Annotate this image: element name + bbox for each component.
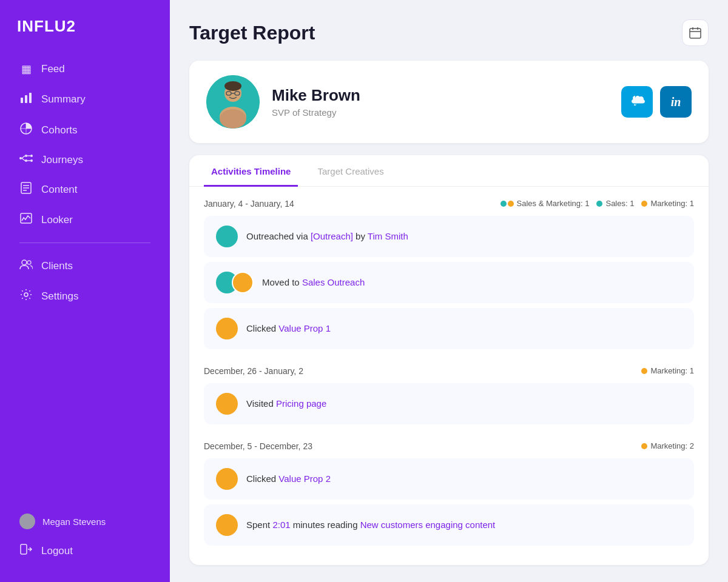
calendar-icon: [689, 26, 702, 39]
sidebar-item-summary[interactable]: Summary: [10, 84, 160, 114]
content-icon: [19, 182, 33, 197]
profile-left: Mike Brown SVP of Strategy: [206, 75, 360, 129]
profile-name: Mike Brown: [272, 86, 360, 105]
svg-rect-2: [29, 93, 32, 103]
tabs-header: Activities Timeline Target Creatives: [189, 155, 709, 187]
dual-dot: [500, 201, 514, 207]
page-title: Target Report: [189, 22, 315, 44]
activity-text: Outreached via [Outreach] by Tim Smith: [246, 231, 408, 241]
sidebar-item-clients[interactable]: Clients: [10, 252, 160, 280]
activity-outreached: Outreached via [Outreach] by Tim Smith: [204, 216, 694, 257]
activity-text-5: Clicked Value Prop 2: [246, 473, 331, 484]
sidebar-label-cohorts: Cohorts: [41, 124, 78, 136]
cohorts-icon: [19, 122, 33, 138]
activity-spent: Spent 2:01 minutes reading New customers…: [204, 504, 694, 546]
sidebar-divider: [19, 242, 150, 243]
activity-text-4: Visited Pricing page: [246, 398, 326, 409]
calendar-button[interactable]: [682, 19, 709, 46]
page-header: Target Report: [189, 19, 709, 46]
teal-activity-dot: [216, 226, 238, 247]
marketing-dot-2: [641, 368, 647, 374]
looker-icon: [19, 213, 33, 227]
sidebar-item-cohorts[interactable]: Cohorts: [10, 115, 160, 145]
sidebar-label-journeys: Journeys: [41, 154, 83, 166]
summary-icon: [19, 92, 33, 107]
svg-line-8: [22, 158, 25, 161]
sidebar-item-looker[interactable]: Looker: [10, 206, 160, 234]
marketing-label-3: Marketing: 2: [650, 441, 694, 450]
sales-dot: [596, 201, 602, 207]
svg-point-14: [30, 159, 33, 162]
sidebar-item-settings[interactable]: Settings: [10, 281, 160, 311]
logout-item[interactable]: Logout: [10, 537, 160, 565]
value-prop-1-link[interactable]: Value Prop 1: [278, 323, 331, 333]
user-profile-item[interactable]: Megan Stevens: [10, 507, 160, 535]
pricing-page-link[interactable]: Pricing page: [276, 398, 326, 409]
tab-activities[interactable]: Activities Timeline: [204, 155, 298, 187]
svg-point-22: [24, 293, 28, 296]
settings-icon: [19, 289, 33, 304]
activity-icon-set-6: [216, 514, 238, 536]
sidebar-item-journeys[interactable]: Journeys: [10, 146, 160, 173]
marketing-label-2: Marketing: 1: [650, 366, 694, 375]
logout-icon: [19, 544, 33, 558]
svg-point-10: [25, 159, 27, 162]
period-header-1: January, 4 - January, 14 Sales & Marketi…: [204, 187, 694, 216]
activity-clicked-1: Clicked Value Prop 1: [204, 308, 694, 349]
activity-icon-set-3: [216, 318, 238, 340]
sidebar-item-feed[interactable]: ▦ Feed: [10, 55, 160, 83]
period-label-3: December, 5 - December, 23: [204, 441, 312, 451]
outreach-link[interactable]: [Outreach]: [311, 231, 353, 241]
user-name: Megan Stevens: [42, 517, 106, 527]
teal-dot: [500, 201, 507, 207]
marketing-dot: [641, 201, 647, 207]
sidebar-label-looker: Looker: [41, 214, 73, 226]
badge-marketing-2: Marketing: 1: [641, 366, 694, 375]
profile-info: Mike Brown SVP of Strategy: [272, 86, 360, 118]
sidebar-label-summary: Summary: [41, 93, 86, 105]
journeys-icon: [19, 153, 33, 166]
sales-outreach-link[interactable]: Sales Outreach: [302, 277, 365, 287]
yellow-dot-2: [232, 272, 254, 293]
svg-rect-0: [21, 98, 23, 103]
yellow-dot-4: [216, 393, 238, 415]
period-badges-1: Sales & Marketing: 1 Sales: 1 Marketing:…: [500, 199, 694, 208]
period-label-1: January, 4 - January, 14: [204, 199, 294, 209]
app-logo: INFLU2: [0, 17, 170, 55]
activity-icon-set-5: [216, 468, 238, 490]
yellow-dot-3: [216, 318, 238, 340]
activity-icon-set: [216, 226, 238, 247]
tab-creatives[interactable]: Target Creatives: [310, 155, 391, 187]
value-prop-2-link[interactable]: Value Prop 2: [278, 473, 331, 484]
yellow-dot-5: [216, 468, 238, 490]
svg-point-6: [19, 157, 22, 159]
period-header-2: December, 26 - January, 2 Marketing: 1: [204, 354, 694, 383]
sidebar-bottom: Megan Stevens Logout: [0, 507, 170, 570]
profile-job-title: SVP of Strategy: [272, 107, 360, 118]
period-badges-3: Marketing: 2: [641, 441, 694, 450]
badge-marketing: Marketing: 1: [641, 199, 694, 208]
sidebar-label-clients: Clients: [41, 260, 73, 272]
linkedin-button[interactable]: in: [660, 86, 692, 118]
content-link[interactable]: New customers engaging content: [360, 520, 496, 530]
badge-marketing-3: Marketing: 2: [641, 441, 694, 450]
yellow-dot: [508, 201, 514, 207]
person-link[interactable]: Tim Smith: [368, 231, 408, 241]
profile-avatar: [206, 75, 260, 129]
time-link[interactable]: 2:01: [272, 520, 290, 530]
salesforce-button[interactable]: [621, 86, 653, 118]
tabs-container: Activities Timeline Target Creatives Jan…: [189, 155, 709, 565]
profile-integrations: in: [621, 86, 692, 118]
sales-label: Sales: 1: [605, 199, 634, 208]
svg-point-9: [25, 155, 27, 157]
activity-clicked-2: Clicked Value Prop 2: [204, 458, 694, 500]
user-avatar: [19, 513, 35, 529]
period-label-2: December, 26 - January, 2: [204, 366, 303, 376]
feed-icon: ▦: [19, 62, 33, 76]
activity-text-6: Spent 2:01 minutes reading New customers…: [246, 520, 495, 530]
sidebar-label-settings: Settings: [41, 290, 78, 303]
period-badges-2: Marketing: 1: [641, 366, 694, 375]
sidebar-item-content[interactable]: Content: [10, 175, 160, 204]
profile-card: Mike Brown SVP of Strategy in: [189, 61, 709, 143]
badge-sales: Sales: 1: [596, 199, 634, 208]
